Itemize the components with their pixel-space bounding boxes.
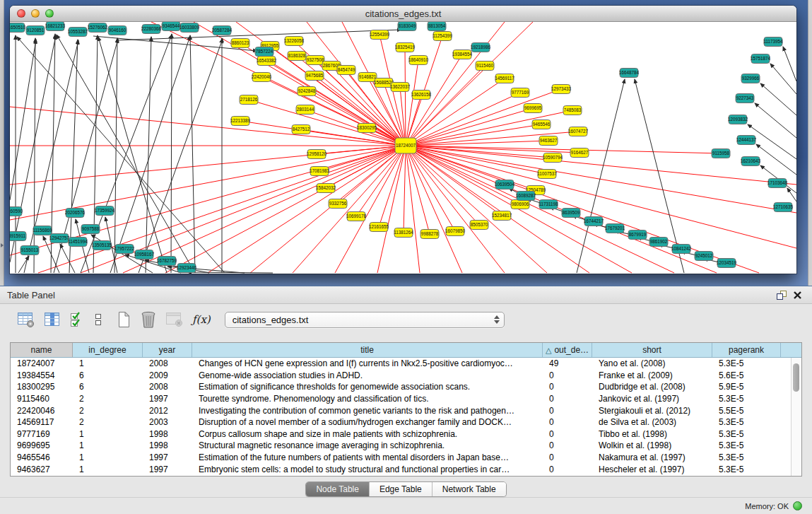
table-selector-dropdown[interactable]: citations_edges.txt [225, 312, 505, 328]
close-panel-button[interactable] [789, 288, 805, 301]
column-header-out-de-[interactable]: △out_de… [543, 343, 592, 357]
column-header-title[interactable]: title [192, 343, 543, 357]
table-row[interactable]: 946554611997Estimation of the future num… [11, 452, 791, 464]
graph-node[interactable]: 12034519 [717, 259, 737, 268]
graph-node[interactable]: 3915911 [10, 232, 26, 241]
graph-node[interactable]: 9463627 [539, 136, 558, 146]
delete-table-button-disabled[interactable] [165, 310, 184, 329]
graph-node[interactable]: 10639504 [495, 180, 515, 189]
column-header-name[interactable]: name [11, 343, 73, 357]
graph-node[interactable]: 20587284 [212, 26, 233, 35]
graph-node[interactable]: 18325419 [395, 43, 416, 52]
graph-node[interactable]: 11156869 [33, 226, 52, 235]
graph-node[interactable]: 15234817 [492, 211, 512, 221]
zoom-window-button[interactable] [45, 9, 54, 18]
graph-node[interactable]: 13505135 [92, 241, 112, 250]
new-column-button[interactable] [116, 310, 131, 329]
graph-node[interactable]: 16074727 [568, 127, 589, 136]
graph-node[interactable]: 9120851 [26, 26, 45, 35]
network-window-titlebar[interactable]: citations_edges.txt [10, 6, 796, 22]
graph-node[interactable]: 9465546 [532, 120, 551, 129]
graph-node[interactable]: 16744217 [584, 217, 604, 226]
graph-node[interactable]: 9115460 [476, 62, 494, 71]
graph-hub-node[interactable]: 18724007 [395, 138, 416, 153]
graph-node[interactable]: 10590794 [543, 153, 563, 163]
panel-collapse-handle[interactable] [1, 243, 4, 247]
graph-node[interactable]: 16033809 [180, 23, 200, 33]
graph-node[interactable]: 10841242 [671, 245, 692, 254]
tab-node-table[interactable]: Node Table [306, 482, 370, 496]
graph-node[interactable]: 12958120 [307, 150, 327, 159]
graph-node[interactable]: 9346544 [162, 22, 180, 31]
tab-edge-table[interactable]: Edge Table [370, 482, 433, 496]
graph-node[interactable]: 9329966 [741, 74, 760, 83]
graph-node[interactable]: 9245012 [695, 252, 713, 261]
graph-node[interactable]: 11007537 [537, 170, 557, 179]
graph-node[interactable]: 8639509 [562, 209, 580, 218]
graph-node[interactable]: 9227343 [736, 94, 754, 103]
graph-node[interactable]: 18640910 [408, 56, 429, 65]
graph-node[interactable]: 9097588 [81, 225, 100, 234]
graph-node[interactable]: 8505370 [470, 221, 488, 230]
graph-node[interactable]: 17957222 [114, 245, 135, 254]
table-row[interactable]: 946362711997Embryonic stem cells: a mode… [11, 463, 791, 475]
minimize-window-button[interactable] [31, 9, 40, 18]
table-row[interactable]: 1872400712008Changes of HCN gene express… [11, 358, 791, 370]
float-panel-button[interactable] [774, 288, 789, 301]
graph-node[interactable]: 9861902 [649, 238, 668, 247]
graph-node[interactable]: 17679201 [605, 224, 625, 233]
table-row[interactable]: 1830029562008Estimation of significance … [11, 381, 791, 393]
graph-node[interactable]: 9164627 [570, 148, 589, 158]
graph-node[interactable]: 9115958 [712, 149, 730, 158]
graph-node[interactable]: 2803144 [296, 105, 314, 115]
graph-node[interactable]: 9046160 [108, 26, 126, 35]
graph-node[interactable]: 9777169 [511, 88, 529, 98]
column-header-pagerank[interactable]: pagerank [712, 343, 781, 357]
graph-node[interactable]: 12942757 [49, 234, 70, 243]
table-row[interactable]: 1456911722003Disruption of a novel membe… [11, 416, 791, 428]
graph-node[interactable]: 12213389 [230, 117, 251, 126]
graph-node[interactable]: 16543382 [257, 57, 277, 66]
graph-node[interactable]: 12710635 [773, 203, 794, 212]
delete-column-button[interactable] [140, 310, 157, 329]
table-row[interactable]: 1938455462009Genome-wide association stu… [11, 370, 791, 382]
graph-node[interactable]: 17103648 [767, 179, 788, 188]
graph-node[interactable]: 19218986 [471, 43, 491, 52]
graph-node[interactable]: 8183049 [398, 22, 416, 31]
graph-node[interactable]: 11381264 [394, 228, 413, 238]
graph-node[interactable]: 9475685 [305, 71, 324, 81]
graph-node[interactable]: 11731198 [539, 200, 558, 209]
graph-node[interactable]: 13226058 [284, 37, 305, 46]
show-columns-button[interactable] [44, 310, 61, 329]
table-row[interactable]: 2242004622012Investigating the contribut… [11, 404, 791, 416]
graph-node[interactable]: 8860123 [231, 39, 249, 48]
graph-node[interactable]: 7857224 [255, 47, 273, 57]
graph-node[interactable]: 8427512 [292, 125, 310, 134]
graph-node[interactable]: 18300295 [357, 124, 377, 133]
column-header-short[interactable]: short [592, 343, 712, 357]
tab-network-table[interactable]: Network Table [433, 482, 506, 496]
table-row[interactable]: 969969511998Structural magnetic resonanc… [11, 440, 791, 452]
graph-node[interactable]: 11254399 [433, 32, 452, 41]
column-header-year[interactable]: year [143, 343, 192, 357]
graph-node[interactable]: 22420046 [252, 73, 272, 82]
graph-node[interactable]: 15276062 [88, 23, 108, 33]
graph-node[interactable]: 14569117 [495, 74, 514, 83]
table-settings-button[interactable] [17, 310, 35, 329]
graph-node[interactable]: 10699178 [346, 212, 367, 221]
graph-node[interactable]: 12973433 [551, 85, 572, 94]
graph-node[interactable]: 11173954 [763, 37, 783, 47]
graph-node[interactable]: 10958167 [134, 250, 155, 259]
network-canvas[interactable]: 1872400718300295886012389129551322605816… [10, 22, 796, 274]
graph-node[interactable]: 22280368 [141, 25, 162, 34]
select-all-button[interactable] [69, 310, 85, 329]
graph-node[interactable]: 8679919 [628, 230, 647, 240]
graph-node[interactable]: 7485083 [563, 106, 582, 115]
graph-node[interactable]: 16782759 [157, 257, 177, 266]
graph-node[interactable]: 10553287 [68, 28, 88, 37]
column-header-in-degree[interactable]: in_degree [73, 343, 143, 357]
graph-node[interactable]: 9327508 [306, 56, 324, 65]
row-height-button[interactable] [93, 310, 103, 329]
graph-node[interactable]: 17081983 [310, 167, 330, 176]
graph-node[interactable]: 9699695 [524, 104, 542, 113]
